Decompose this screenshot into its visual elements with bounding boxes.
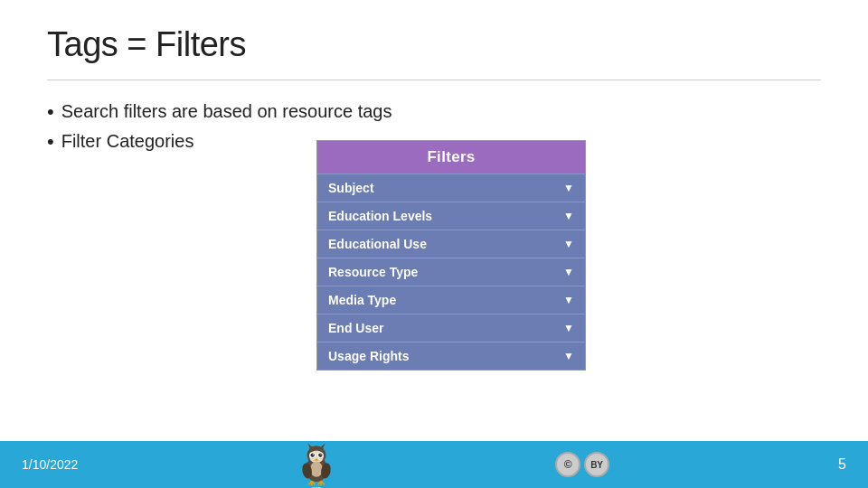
slide-number: 5 xyxy=(825,456,846,473)
filter-subject[interactable]: Subject ▼ xyxy=(317,174,585,202)
filter-usage-rights-label: Usage Rights xyxy=(328,349,409,363)
svg-point-12 xyxy=(310,462,323,477)
filter-educational-use-arrow: ▼ xyxy=(563,238,574,250)
bullet-text-1: Search filters are based on resource tag… xyxy=(61,101,392,122)
oer-owl-icon: OER xyxy=(293,441,340,488)
filter-resource-type-arrow: ▼ xyxy=(563,266,574,278)
filter-educational-use[interactable]: Educational Use ▼ xyxy=(317,230,585,258)
filter-media-type[interactable]: Media Type ▼ xyxy=(317,286,585,314)
filter-end-user-arrow: ▼ xyxy=(563,322,574,334)
filter-usage-rights[interactable]: Usage Rights ▼ xyxy=(317,342,585,370)
filter-education-levels-label: Education Levels xyxy=(328,209,432,223)
filter-resource-type[interactable]: Resource Type ▼ xyxy=(317,258,585,286)
filter-subject-arrow: ▼ xyxy=(563,182,574,194)
svg-point-10 xyxy=(321,454,322,455)
svg-point-9 xyxy=(313,454,314,455)
filter-usage-rights-arrow: ▼ xyxy=(563,350,574,362)
filter-media-type-label: Media Type xyxy=(328,293,396,307)
filters-panel: Filters Subject ▼ Education Levels ▼ Edu… xyxy=(316,140,586,371)
cc-license-icons: © BY xyxy=(555,452,609,477)
title-divider xyxy=(47,80,821,80)
bullet-text-2: Filter Categories xyxy=(61,131,194,152)
svg-point-8 xyxy=(318,453,322,456)
filters-header: Filters xyxy=(317,141,585,174)
filter-educational-use-label: Educational Use xyxy=(328,237,427,251)
filter-education-levels[interactable]: Education Levels ▼ xyxy=(317,202,585,230)
slide: Tags = Filters • Search filters are base… xyxy=(0,0,868,488)
svg-point-7 xyxy=(311,453,315,456)
cc-by-icon: BY xyxy=(584,452,609,477)
bottom-bar: 1/10/2022 xyxy=(0,441,868,488)
bullet-dot-1: • xyxy=(47,102,54,122)
filter-resource-type-label: Resource Type xyxy=(328,265,418,279)
filter-end-user-label: End User xyxy=(328,321,383,335)
filter-subject-label: Subject xyxy=(328,181,374,195)
bullet-dot-2: • xyxy=(47,132,54,152)
footer-date: 1/10/2022 xyxy=(22,457,78,472)
bullet-1: • Search filters are based on resource t… xyxy=(47,101,392,122)
slide-title: Tags = Filters xyxy=(47,25,246,64)
oer-logo: OER xyxy=(293,441,340,488)
cc-icon: © xyxy=(555,452,580,477)
filter-end-user[interactable]: End User ▼ xyxy=(317,314,585,342)
filter-education-levels-arrow: ▼ xyxy=(563,210,574,222)
filter-media-type-arrow: ▼ xyxy=(563,294,574,306)
